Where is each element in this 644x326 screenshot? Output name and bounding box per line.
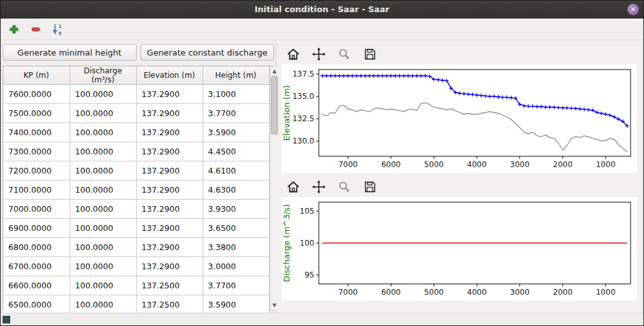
table-cell[interactable]: 100.0000 bbox=[70, 104, 136, 123]
table-cell[interactable]: 6800.0000 bbox=[3, 238, 70, 257]
table-cell[interactable]: 3.7700 bbox=[203, 104, 269, 123]
y-tick-label: 135.0 bbox=[293, 92, 314, 101]
table-cell[interactable]: 137.2900 bbox=[136, 104, 203, 123]
x-tick-label: 6000 bbox=[381, 160, 401, 169]
table-cell[interactable]: 137.2900 bbox=[136, 238, 203, 257]
pan-button[interactable] bbox=[310, 178, 328, 196]
table-row[interactable]: 7500.0000100.0000137.29003.7700 bbox=[3, 104, 269, 123]
sort-button[interactable]: 1 9 bbox=[49, 21, 66, 38]
table-cell[interactable]: 137.2900 bbox=[136, 142, 203, 161]
table-cell[interactable]: 3.3800 bbox=[203, 238, 269, 257]
x-tick-label: 2000 bbox=[553, 288, 573, 297]
table-cell[interactable]: 7300.0000 bbox=[3, 142, 70, 161]
table-cell[interactable]: 6900.0000 bbox=[3, 219, 70, 238]
table-cell[interactable]: 4.6100 bbox=[203, 161, 269, 181]
table-row[interactable]: 6700.0000100.0000137.29003.0000 bbox=[3, 257, 269, 276]
pan-icon bbox=[311, 47, 326, 62]
column-header[interactable]: Elevation (m) bbox=[136, 66, 203, 85]
table-cell[interactable]: 137.2900 bbox=[136, 181, 203, 200]
table-row[interactable]: 7400.0000100.0000137.29003.5900 bbox=[3, 123, 269, 142]
home-button[interactable] bbox=[284, 45, 302, 63]
table-cell[interactable]: 3.7700 bbox=[203, 276, 269, 295]
table-row[interactable]: 7100.0000100.0000137.29004.6300 bbox=[3, 181, 269, 200]
plot-area[interactable] bbox=[319, 70, 631, 156]
table-row[interactable]: 7000.0000100.0000137.29003.9300 bbox=[3, 200, 269, 219]
table-cell[interactable]: 7400.0000 bbox=[3, 123, 70, 142]
table-cell[interactable]: 6700.0000 bbox=[3, 257, 70, 276]
y-tick-label: 95 bbox=[305, 270, 314, 279]
zoom-button[interactable] bbox=[335, 178, 353, 196]
titlebar[interactable]: Initial condition - Saar - Saar ✕ bbox=[1, 1, 643, 19]
table-cell[interactable]: 137.2900 bbox=[136, 161, 203, 181]
y-tick-label: 130.0 bbox=[293, 137, 314, 145]
pan-button[interactable] bbox=[310, 45, 328, 63]
x-tick-label: 6000 bbox=[381, 288, 401, 297]
table-cell[interactable]: 7100.0000 bbox=[3, 181, 70, 200]
generate-constant-discharge-button[interactable]: Generate constant discharge bbox=[141, 44, 275, 61]
table-cell[interactable]: 4.4500 bbox=[203, 142, 269, 161]
close-icon: ✕ bbox=[631, 6, 636, 13]
delete-row-button[interactable] bbox=[27, 21, 44, 38]
table-cell[interactable]: 3.9300 bbox=[203, 200, 269, 219]
save-button[interactable] bbox=[361, 45, 379, 63]
table-cell[interactable]: 7000.0000 bbox=[3, 200, 70, 219]
table-row[interactable]: 6800.0000100.0000137.29003.3800 bbox=[3, 238, 269, 257]
left-panel: Generate minimal height Generate constan… bbox=[1, 40, 277, 314]
table-cell[interactable]: 100.0000 bbox=[70, 238, 136, 257]
table-cell[interactable]: 137.2900 bbox=[136, 123, 203, 142]
table-cell[interactable]: 3.6500 bbox=[203, 219, 269, 238]
table-row[interactable]: 7300.0000100.0000137.29004.4500 bbox=[3, 142, 269, 161]
table-cell[interactable]: 100.0000 bbox=[70, 200, 136, 219]
table-cell[interactable]: 7600.0000 bbox=[3, 85, 70, 104]
generate-minimal-height-button[interactable]: Generate minimal height bbox=[3, 44, 137, 61]
table-cell[interactable]: 7500.0000 bbox=[3, 104, 70, 123]
table-cell[interactable]: 100.0000 bbox=[70, 123, 136, 142]
table-cell[interactable]: 100.0000 bbox=[70, 85, 136, 104]
discharge-chart[interactable]: 700060005000400030002000100095100105Disc… bbox=[282, 197, 637, 300]
add-row-button[interactable] bbox=[6, 21, 22, 38]
table-scrollbar[interactable]: ▲ ▼ bbox=[270, 66, 279, 310]
table-cell[interactable]: 100.0000 bbox=[70, 161, 136, 181]
table-cell[interactable]: 137.2900 bbox=[136, 200, 203, 219]
table-cell[interactable]: 3.1000 bbox=[203, 85, 269, 104]
column-header[interactable]: Discharge (m³/s) bbox=[70, 66, 136, 85]
table-row[interactable]: 7200.0000100.0000137.29004.6100 bbox=[3, 161, 269, 181]
table-cell[interactable]: 3.5900 bbox=[203, 123, 269, 142]
column-header[interactable]: Height (m) bbox=[203, 66, 269, 85]
save-button[interactable] bbox=[361, 178, 379, 196]
home-icon bbox=[286, 47, 301, 62]
table-cell[interactable]: 137.2500 bbox=[136, 295, 203, 315]
table-row[interactable]: 6600.0000100.0000137.25003.7700 bbox=[3, 276, 269, 295]
table-cell[interactable]: 137.2900 bbox=[136, 85, 203, 104]
x-tick-label: 5000 bbox=[424, 288, 444, 297]
right-panel: 7000600050004000300020001000130.0132.513… bbox=[277, 40, 643, 314]
table-cell[interactable]: 100.0000 bbox=[70, 219, 136, 238]
table-row[interactable]: 7600.0000100.0000137.29003.1000 bbox=[3, 85, 269, 104]
table-cell[interactable]: 100.0000 bbox=[70, 257, 136, 276]
home-icon bbox=[286, 179, 301, 195]
window: Initial condition - Saar - Saar ✕ 1 9 bbox=[0, 0, 644, 326]
table-cell[interactable]: 3.5900 bbox=[203, 295, 269, 315]
elevation-chart[interactable]: 7000600050004000300020001000130.0132.513… bbox=[282, 64, 637, 173]
scrollbar-thumb[interactable] bbox=[271, 76, 278, 135]
close-button[interactable]: ✕ bbox=[627, 4, 639, 15]
table-body: 7600.0000100.0000137.29003.10007500.0000… bbox=[3, 85, 269, 315]
table-row[interactable]: 6500.0000100.0000137.25003.5900 bbox=[3, 295, 269, 315]
table-cell[interactable]: 3.0000 bbox=[203, 257, 269, 276]
table-cell[interactable]: 137.2900 bbox=[136, 257, 203, 276]
table-cell[interactable]: 137.2900 bbox=[136, 219, 203, 238]
column-header[interactable]: KP (m) bbox=[3, 66, 70, 85]
zoom-button[interactable] bbox=[335, 45, 353, 63]
home-button[interactable] bbox=[284, 178, 302, 196]
table-cell[interactable]: 6500.0000 bbox=[3, 295, 70, 315]
table-cell[interactable]: 137.2500 bbox=[136, 276, 203, 295]
table-cell[interactable]: 100.0000 bbox=[70, 276, 136, 295]
table-cell[interactable]: 100.0000 bbox=[70, 181, 136, 200]
table-cell[interactable]: 100.0000 bbox=[70, 142, 136, 161]
table-cell[interactable]: 4.6300 bbox=[203, 181, 269, 200]
table-row[interactable]: 6900.0000100.0000137.29003.6500 bbox=[3, 219, 269, 238]
table-cell[interactable]: 100.0000 bbox=[70, 295, 136, 315]
table-cell[interactable]: 6600.0000 bbox=[3, 276, 70, 295]
table-cell[interactable]: 7200.0000 bbox=[3, 161, 70, 181]
scrollbar-track[interactable] bbox=[270, 76, 279, 300]
